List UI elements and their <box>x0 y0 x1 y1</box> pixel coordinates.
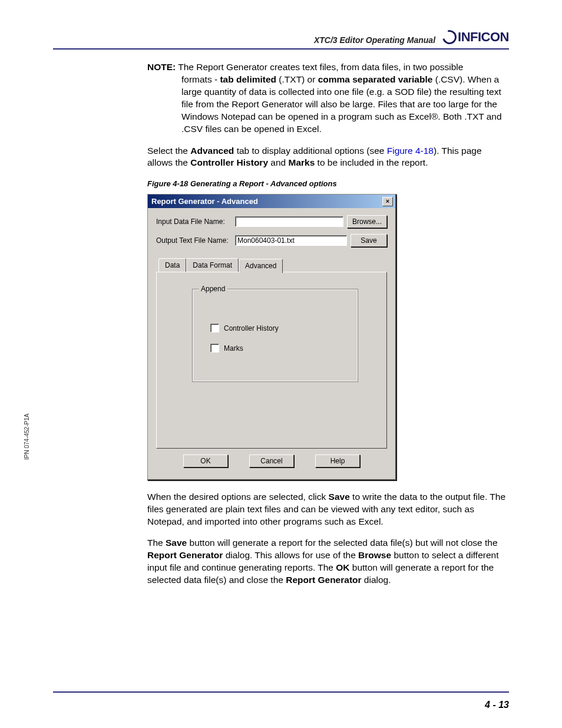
footer-rule <box>53 691 509 693</box>
output-file-field[interactable] <box>235 235 347 246</box>
dialog-title: Report Generator - Advanced <box>151 196 258 207</box>
controller-history-checkbox[interactable] <box>210 324 219 332</box>
controller-history-label: Controller History <box>224 324 279 333</box>
marks-checkbox[interactable] <box>210 344 219 353</box>
note-bold-tab: tab delimited <box>220 74 276 84</box>
paragraph-save-output: When the desired options are selected, c… <box>147 491 509 528</box>
paragraph-advanced-tab: Select the Advanced tab to display addit… <box>147 145 509 170</box>
text: dialog. This allows for use of the <box>223 550 358 560</box>
report-generator-dialog: Report Generator - Advanced × Input Data… <box>147 194 396 480</box>
marks-label: Marks <box>224 344 243 353</box>
note-line1: The Report Generator creates text files,… <box>178 62 463 72</box>
text: When the desired options are selected, c… <box>147 492 329 502</box>
tab-strip: Data Data Format Advanced <box>158 258 387 271</box>
bold: Report Generator <box>147 550 223 560</box>
bold: OK <box>336 562 349 572</box>
bold-marks: Marks <box>288 157 315 167</box>
brand-logo: INFICON <box>442 29 509 45</box>
paragraph-save-ok: The Save button will generate a report f… <box>147 537 509 587</box>
note-bold-csv: comma separated variable <box>318 74 433 84</box>
text: The <box>147 538 166 548</box>
page-header: XTC/3 Editor Operating Manual INFICON <box>53 29 509 50</box>
ipn-side-text: IPN 074-452-P1A <box>24 414 30 460</box>
dialog-titlebar: Report Generator - Advanced × <box>148 195 395 209</box>
groupbox-title: Append <box>199 284 227 294</box>
bold: Browse <box>358 550 391 560</box>
note-label: NOTE: <box>147 62 176 72</box>
bold-save: Save <box>329 492 350 502</box>
text: and <box>268 157 288 167</box>
text: Select the <box>147 146 190 156</box>
brand-text: INFICON <box>458 29 509 45</box>
page-number: 4 - 13 <box>485 700 509 710</box>
help-button[interactable]: Help <box>315 454 360 467</box>
input-file-label: Input Data File Name: <box>156 217 232 226</box>
tab-data-format[interactable]: Data Format <box>186 258 239 272</box>
text: tab to display additional options (see <box>234 146 386 156</box>
figure-caption: Figure 4-18 Generating a Report - Advanc… <box>147 179 509 189</box>
browse-button[interactable]: Browse... <box>347 215 387 228</box>
text: dialog. <box>362 575 391 585</box>
output-file-label: Output Text File Name: <box>156 236 232 245</box>
save-button[interactable]: Save <box>351 234 387 247</box>
logo-swirl-icon <box>440 28 459 47</box>
note-block: NOTE: The Report Generator creates text … <box>147 61 509 136</box>
input-file-field[interactable] <box>235 216 343 227</box>
bold: Report Generator <box>286 575 361 585</box>
text: button will generate a report for the se… <box>187 538 497 548</box>
close-icon[interactable]: × <box>382 197 393 206</box>
append-groupbox: Append Controller History Marks <box>192 289 358 382</box>
bold-advanced: Advanced <box>190 146 234 156</box>
tab-advanced[interactable]: Advanced <box>239 259 283 272</box>
tab-panel-advanced: Append Controller History Marks <box>156 272 387 449</box>
bold-controller-history: Controller History <box>190 157 268 167</box>
tab-data[interactable]: Data <box>158 258 186 272</box>
bold: Save <box>166 538 187 548</box>
cancel-button[interactable]: Cancel <box>249 454 294 467</box>
note-text: formats - <box>181 74 220 84</box>
figure-link[interactable]: Figure 4-18 <box>387 146 434 156</box>
note-text: (.TXT) or <box>276 74 318 84</box>
manual-title: XTC/3 Editor Operating Manual <box>314 35 435 45</box>
ok-button[interactable]: OK <box>183 454 228 467</box>
text: to be included in the report. <box>315 157 428 167</box>
